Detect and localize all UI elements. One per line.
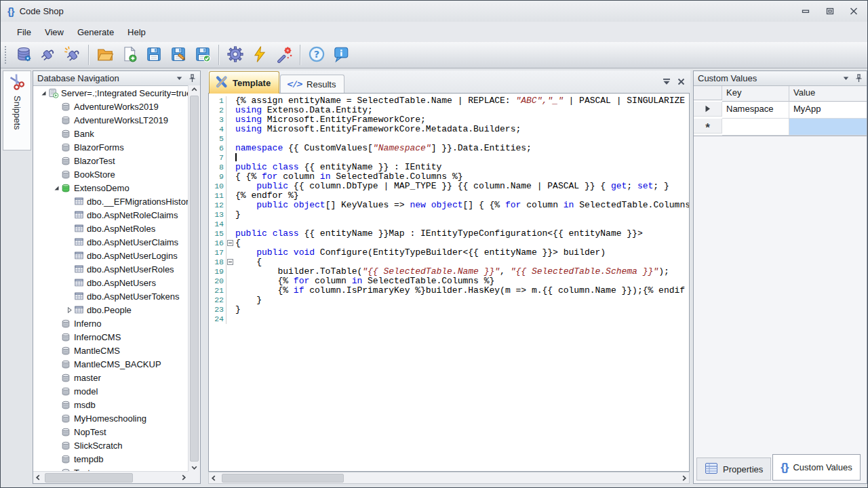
menu-view[interactable]: View — [38, 24, 71, 40]
tree-item[interactable]: MyHomeschooling — [33, 411, 189, 425]
tab-properties[interactable]: Properties — [696, 458, 771, 481]
menu-file[interactable]: File — [10, 24, 38, 40]
tree-item[interactable]: InfernoCMS — [33, 330, 189, 344]
fold-margin — [226, 286, 235, 296]
template-editor[interactable]: 1{% assign entityName = SelectedTable.Na… — [208, 93, 690, 472]
tree-item[interactable]: MantleCMS — [33, 344, 189, 357]
new-template-button[interactable] — [118, 43, 141, 66]
tree-item[interactable]: tempdb — [33, 452, 189, 466]
code-line: 2using Extenso.Data.Entity; — [209, 106, 689, 115]
tree-item[interactable]: Bank — [33, 127, 189, 140]
about-button[interactable] — [330, 43, 353, 66]
key-column-header[interactable]: Key — [722, 86, 789, 102]
scroll-left-icon[interactable] — [211, 472, 217, 483]
code-text: {% if column.IsPrimaryKey %}builder.HasK… — [235, 286, 690, 296]
scroll-right-icon[interactable] — [681, 472, 687, 483]
open-template-button[interactable] — [94, 43, 117, 66]
plug-off-icon — [64, 45, 81, 65]
save-button[interactable] — [142, 43, 165, 66]
tree-item[interactable]: AdventureWorksLT2019 — [33, 113, 189, 127]
line-number: 14 — [209, 220, 224, 229]
tree-item[interactable]: dbo.__EFMigrationsHistory — [33, 195, 189, 208]
help-button[interactable]: ? — [305, 43, 328, 66]
generate-button[interactable] — [248, 43, 271, 66]
tree-item[interactable]: ExtensoDemo — [33, 181, 189, 195]
tree-item[interactable]: dbo.AspNetUserClaims — [33, 235, 189, 249]
floppy-icon — [145, 45, 163, 65]
snippets-tab[interactable]: Snippets — [3, 70, 31, 150]
fold-margin — [226, 134, 235, 144]
scrollbar-thumb[interactable] — [190, 96, 199, 462]
tree-item[interactable]: BlazorForms — [33, 140, 189, 154]
menu-generate[interactable]: Generate — [71, 24, 121, 40]
title-bar[interactable]: {} Code Shop — [1, 1, 867, 22]
pin-icon[interactable] — [855, 74, 863, 83]
tree-item[interactable]: SlickScratch — [33, 439, 189, 452]
db-icon — [61, 142, 73, 152]
tree-item[interactable]: Server=.;Integrated Security=true;T — [33, 86, 189, 100]
close-button[interactable] — [848, 6, 859, 16]
new-row-indicator[interactable]: * — [694, 119, 722, 134]
tree-item[interactable]: Inferno — [33, 317, 189, 330]
tab-results[interactable]: </>Results — [280, 75, 344, 93]
scrollbar-thumb[interactable] — [45, 473, 133, 483]
scroll-up-icon[interactable] — [189, 87, 200, 93]
database-connection-button[interactable] — [12, 43, 35, 66]
value-cell[interactable] — [789, 119, 867, 136]
db-icon — [61, 102, 73, 112]
window-position-icon[interactable] — [842, 75, 850, 81]
tree-item[interactable]: dbo.AspNetUserTokens — [33, 289, 189, 303]
window-position-icon[interactable] — [176, 75, 183, 81]
key-cell[interactable]: Namespace — [722, 102, 789, 119]
toolbar-grip[interactable] — [5, 46, 8, 64]
save-all-button[interactable] — [191, 43, 214, 66]
tree-item[interactable]: dbo.AspNetUserRoles — [33, 262, 189, 276]
tab-template[interactable]: Template — [209, 71, 279, 94]
tree-item[interactable]: MantleCMS_BACKUP — [33, 357, 189, 371]
tree-horizontal-scrollbar[interactable] — [33, 471, 189, 483]
expand-arrow-icon[interactable] — [64, 307, 74, 313]
fold-marker[interactable] — [226, 258, 235, 267]
value-cell[interactable]: MyApp — [789, 102, 867, 119]
close-tab-button[interactable] — [677, 76, 685, 88]
save-as-button[interactable] — [167, 43, 190, 66]
scroll-down-icon[interactable] — [189, 464, 200, 470]
tree-vertical-scrollbar[interactable] — [188, 85, 200, 472]
tree-item[interactable]: dbo.AspNetUsers — [33, 276, 189, 289]
line-number: 23 — [209, 305, 224, 314]
tab-custom-values[interactable]: {}Custom Values — [772, 454, 860, 481]
fold-margin — [226, 314, 235, 324]
connect-button[interactable] — [37, 43, 60, 66]
collapse-arrow-icon[interactable] — [39, 90, 48, 96]
value-column-header[interactable]: Value — [789, 86, 867, 102]
tree-item[interactable]: BookStore — [33, 167, 189, 181]
tree-item[interactable]: dbo.AspNetUserLogins — [33, 249, 189, 262]
collapse-arrow-icon[interactable] — [52, 185, 61, 191]
menu-help[interactable]: Help — [121, 24, 153, 40]
pin-icon[interactable] — [189, 74, 196, 83]
maximize-button[interactable] — [825, 6, 835, 16]
key-cell[interactable] — [722, 119, 789, 136]
editor-horizontal-scrollbar[interactable] — [208, 472, 690, 484]
tree-item[interactable]: dbo.AspNetRoleClaims — [33, 208, 189, 222]
current-row-indicator[interactable] — [694, 102, 722, 117]
svg-text:?: ? — [314, 47, 319, 59]
tree-item[interactable]: AdventureWorks2019 — [33, 100, 189, 113]
scroll-left-icon[interactable] — [35, 472, 41, 483]
tree-item[interactable]: master — [33, 371, 189, 384]
tree-item[interactable]: model — [33, 384, 189, 398]
tree-item[interactable]: dbo.AspNetRoles — [33, 222, 189, 235]
disconnect-button[interactable] — [61, 43, 84, 66]
wizard-button[interactable] — [273, 43, 296, 66]
fold-marker[interactable] — [226, 239, 235, 248]
tab-list-button[interactable] — [663, 76, 671, 88]
tree-item[interactable]: dbo.People — [33, 303, 189, 317]
tree-item[interactable]: BlazorTest — [33, 154, 189, 167]
scroll-right-icon[interactable] — [180, 472, 186, 483]
scrollbar-thumb[interactable] — [222, 474, 344, 483]
tree-item[interactable]: NopTest — [33, 425, 189, 439]
settings-button[interactable] — [224, 43, 247, 66]
code-area[interactable]: 1{% assign entityName = SelectedTable.Na… — [209, 94, 689, 324]
tree-item[interactable]: msdb — [33, 398, 189, 411]
minimize-button[interactable] — [800, 6, 812, 16]
